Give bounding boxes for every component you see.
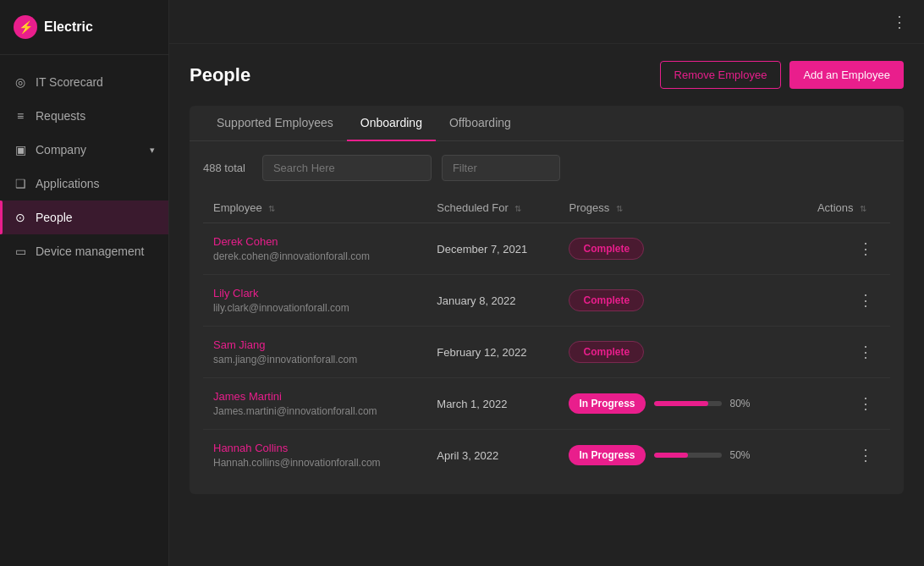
employee-name[interactable]: Derek Cohen [213,235,416,248]
employees-table: Employee ⇅Scheduled For ⇅Progess ⇅Action… [203,193,890,481]
employee-cell: Derek Cohenderek.cohen@innovationforall.… [203,223,426,275]
sidebar: ⚡ Electric ◎IT Scorecard≡Requests▣Compan… [0,0,169,566]
logo[interactable]: ⚡ Electric [0,0,168,55]
progress-bar [654,453,722,458]
sidebar-item-it-scorecard[interactable]: ◎IT Scorecard [0,65,168,99]
tab-offboarding[interactable]: Offboarding [436,106,525,141]
table-row: Derek Cohenderek.cohen@innovationforall.… [203,223,890,275]
employee-name[interactable]: James Martini [213,390,416,403]
sidebar-label-applications: Applications [36,177,100,190]
employee-name[interactable]: Lily Clark [213,287,416,299]
progress-cell: Complete [558,223,806,275]
main-content: ⋮ People Remove Employee Add an Employee… [169,0,924,566]
progress-bar [654,401,722,406]
table-controls: 488 total [203,155,890,181]
table-row: Lily Clarklily.clark@innovationforall.co… [203,275,890,327]
col-header-scheduled_for[interactable]: Scheduled For ⇅ [426,193,558,223]
table-row: Sam Jiangsam.jiang@innovationforall.comF… [203,327,890,378]
row-actions-menu[interactable]: ⋮ [851,237,880,261]
progress-cell: In Progress80% [558,378,806,430]
page-header: People Remove Employee Add an Employee [190,61,904,89]
sidebar-label-device-management: Device management [36,245,144,258]
add-employee-button[interactable]: Add an Employee [789,61,904,89]
table-row: James MartiniJames.martini@innovationfor… [203,378,890,430]
progress-label: 80% [730,398,757,409]
device-management-icon: ▭ [14,245,27,258]
table-header: Employee ⇅Scheduled For ⇅Progess ⇅Action… [203,193,890,223]
employee-name[interactable]: Sam Jiang [213,338,416,351]
progress-fill [654,401,708,406]
employee-name[interactable]: Hannah Collins [213,442,416,454]
scheduled-cell: December 7, 2021 [426,223,558,275]
header-row: Employee ⇅Scheduled For ⇅Progess ⇅Action… [203,193,890,223]
more-options-icon[interactable]: ⋮ [892,13,907,31]
status-badge: In Progress [569,445,645,465]
company-icon: ▣ [14,143,27,157]
tab-onboarding[interactable]: Onboarding [347,106,436,141]
employee-cell: Hannah CollinsHannah.collins@innovationf… [203,430,426,481]
applications-icon: ❑ [14,177,27,190]
page-title: People [190,64,250,86]
active-accent [0,201,3,234]
people-card: Supported EmployeesOnboardingOffboarding… [190,106,904,494]
table-row: Hannah CollinsHannah.collins@innovationf… [203,430,890,481]
scheduled-date: January 8, 2022 [437,294,515,307]
it-scorecard-icon: ◎ [14,75,27,89]
sidebar-label-requests: Requests [36,109,85,123]
sidebar-label-people: People [36,211,73,224]
employee-email: derek.cohen@innovationforall.com [213,250,370,262]
sidebar-item-applications[interactable]: ❑Applications [0,167,168,201]
sidebar-item-people[interactable]: ⊙People [0,201,168,234]
progress-cell: Complete [558,327,806,378]
col-header-actions[interactable]: Actions ⇅ [807,193,890,223]
scheduled-date: March 1, 2022 [437,398,507,410]
progress-cell: Complete [558,275,806,327]
actions-cell: ⋮ [807,430,890,481]
row-actions-menu[interactable]: ⋮ [851,288,880,312]
row-actions-menu[interactable]: ⋮ [851,340,880,364]
scheduled-cell: April 3, 2022 [426,430,558,481]
col-header-progress[interactable]: Progess ⇅ [558,193,806,223]
sidebar-label-it-scorecard: IT Scorecard [36,75,103,89]
scheduled-cell: February 12, 2022 [426,327,558,378]
table-area: 488 total Employee ⇅Scheduled For ⇅Proge… [190,141,904,494]
requests-icon: ≡ [14,109,27,123]
sort-icon: ⇅ [514,204,521,213]
filter-input[interactable] [442,155,560,181]
status-badge: Complete [569,238,644,260]
sort-icon: ⇅ [860,204,866,213]
sidebar-item-requests[interactable]: ≡Requests [0,99,168,133]
sidebar-item-device-management[interactable]: ▭Device management [0,234,168,268]
sidebar-item-company[interactable]: ▣Company▾ [0,133,168,167]
page-content: People Remove Employee Add an Employee S… [169,44,924,566]
tabs: Supported EmployeesOnboardingOffboarding [190,106,904,141]
actions-cell: ⋮ [807,223,890,275]
status-badge: Complete [569,341,644,363]
employee-email: sam.jiang@innovationforall.com [213,354,357,365]
topbar: ⋮ [169,0,924,44]
scheduled-date: February 12, 2022 [437,346,526,359]
row-actions-menu[interactable]: ⋮ [851,392,880,415]
status-badge: In Progress [569,393,645,414]
sort-icon: ⇅ [268,204,275,213]
search-input[interactable] [262,155,432,181]
remove-employee-button[interactable]: Remove Employee [660,61,782,89]
scheduled-date: April 3, 2022 [437,449,498,462]
actions-cell: ⋮ [807,275,890,327]
sidebar-nav: ◎IT Scorecard≡Requests▣Company▾❑Applicat… [0,55,168,566]
col-header-employee[interactable]: Employee ⇅ [203,193,426,223]
scheduled-date: December 7, 2021 [437,243,527,256]
row-actions-menu[interactable]: ⋮ [851,443,880,467]
actions-cell: ⋮ [807,327,890,378]
header-actions: Remove Employee Add an Employee [660,61,904,89]
tab-supported[interactable]: Supported Employees [203,106,347,141]
progress-fill [654,453,688,458]
total-count: 488 total [203,162,245,174]
employee-email: lily.clark@innovationforall.com [213,302,349,314]
status-badge: Complete [569,289,644,311]
employee-email: James.martini@innovationforall.com [213,405,377,417]
logo-icon: ⚡ [14,15,37,39]
employee-email: Hannah.collins@innovationforall.com [213,457,381,469]
sidebar-label-company: Company [36,143,86,157]
logo-text: Electric [44,19,93,35]
